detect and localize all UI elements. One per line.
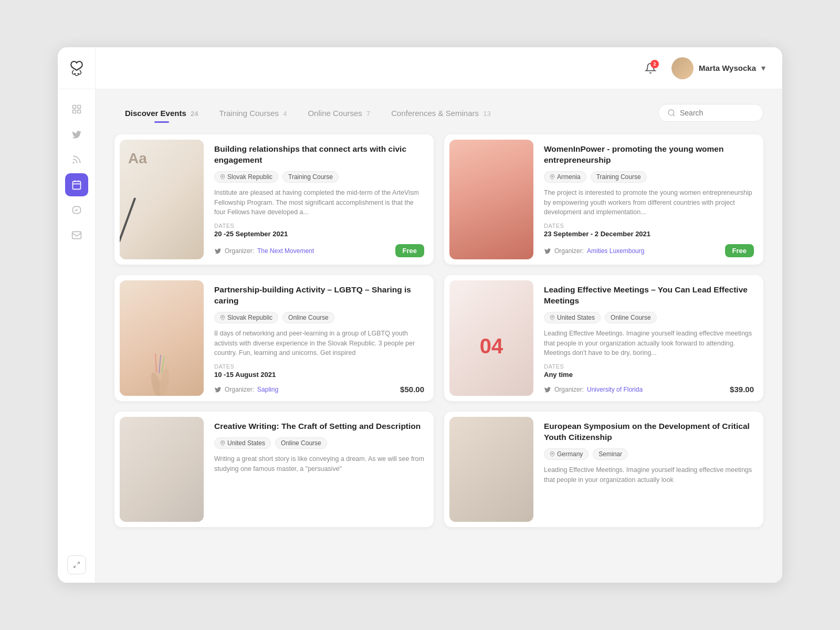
card-body: Partnership-building Activity – LGBTQ – … bbox=[209, 275, 434, 401]
price-badge: Free bbox=[725, 244, 754, 257]
dates-value: Any time bbox=[544, 371, 754, 379]
svg-rect-1 bbox=[77, 106, 80, 109]
organizer-icon bbox=[544, 386, 551, 393]
card-tags: Slovak Republic Online Course bbox=[214, 312, 424, 323]
search-input[interactable] bbox=[680, 109, 753, 117]
expand-button[interactable] bbox=[67, 555, 86, 574]
category-tag: Training Course bbox=[282, 171, 339, 183]
category-tag: Online Course bbox=[605, 312, 657, 323]
card-image-inner bbox=[120, 280, 204, 396]
location-text: United States bbox=[227, 439, 265, 447]
card-description: Leading Effective Meetings. Imagine your… bbox=[544, 465, 754, 514]
svg-point-13 bbox=[552, 176, 553, 177]
location-tag: United States bbox=[544, 312, 601, 323]
sidebar-item-rss[interactable] bbox=[65, 148, 88, 171]
card-dates: Dates 23 September - 2 December 2021 bbox=[544, 223, 754, 238]
notifications-button[interactable]: 2 bbox=[640, 58, 661, 79]
card-dates: Dates Any time bbox=[544, 363, 754, 379]
card-footer: Organizer: University of Florida $39.00 bbox=[544, 385, 754, 394]
tab-conferences[interactable]: Conferences & Seminars 13 bbox=[381, 104, 501, 122]
svg-rect-5 bbox=[72, 181, 80, 189]
tab-discover-label: Discover Events bbox=[125, 109, 186, 118]
svg-point-12 bbox=[222, 176, 224, 177]
sidebar-item-grid[interactable] bbox=[65, 98, 88, 121]
tab-conferences-count: 13 bbox=[483, 110, 490, 118]
card-image bbox=[449, 417, 533, 522]
event-card[interactable]: Partnership-building Activity – LGBTQ – … bbox=[114, 275, 434, 401]
card-body: European Symposium on the Development of… bbox=[539, 412, 763, 527]
chevron-down-icon: ▾ bbox=[761, 63, 765, 73]
organizer-link[interactable]: The Next Movement bbox=[257, 247, 314, 255]
sidebar-item-calendar[interactable] bbox=[65, 173, 88, 196]
card-image bbox=[120, 417, 204, 522]
sidebar-nav bbox=[65, 89, 88, 547]
notification-badge: 2 bbox=[650, 60, 659, 68]
tabs-row: Discover Events 24 Training Courses 4 On… bbox=[114, 104, 763, 122]
app-logo[interactable] bbox=[58, 47, 96, 89]
user-name: Marta Wysocka bbox=[699, 64, 756, 72]
search-box[interactable] bbox=[658, 104, 763, 122]
organizer-link[interactable]: Amities Luxembourg bbox=[587, 247, 644, 255]
tab-training-label: Training Courses bbox=[219, 109, 279, 118]
dates-label: Dates bbox=[214, 223, 424, 229]
location-tag: Slovak Republic bbox=[214, 312, 278, 323]
svg-line-16 bbox=[155, 354, 156, 372]
card-tags: Germany Seminar bbox=[544, 448, 754, 460]
sidebar-item-twitter[interactable] bbox=[65, 123, 88, 146]
svg-rect-9 bbox=[72, 232, 81, 238]
organizer-row: Organizer: University of Florida bbox=[544, 386, 643, 393]
tab-online-count: 7 bbox=[366, 110, 370, 118]
card-description: The project is interested to promote the… bbox=[544, 188, 754, 217]
card-body: Creative Writing: The Craft of Setting a… bbox=[209, 412, 434, 527]
svg-point-4 bbox=[73, 162, 74, 163]
organizer-row: Organizer: Sapling bbox=[214, 386, 278, 393]
card-image bbox=[120, 140, 204, 259]
card-title: Building relationships that connect arts… bbox=[214, 144, 424, 166]
price-badge: Free bbox=[395, 244, 424, 257]
tab-discover-events[interactable]: Discover Events 24 bbox=[114, 104, 208, 122]
card-tags: Armenia Training Course bbox=[544, 171, 754, 183]
svg-line-11 bbox=[673, 114, 675, 116]
category-text: Online Course bbox=[288, 314, 329, 321]
card-footer: Organizer: Sapling $50.00 bbox=[214, 385, 424, 394]
card-image-inner bbox=[120, 417, 204, 522]
tab-online-label: Online Courses bbox=[308, 109, 362, 118]
category-text: Seminar bbox=[598, 450, 622, 458]
sidebar bbox=[58, 47, 96, 583]
tab-discover-count: 24 bbox=[191, 110, 198, 118]
price-text: $50.00 bbox=[400, 385, 424, 394]
tabs: Discover Events 24 Training Courses 4 On… bbox=[114, 104, 501, 122]
sidebar-item-mail[interactable] bbox=[65, 224, 88, 247]
card-title: Partnership-building Activity – LGBTQ – … bbox=[214, 285, 424, 307]
price-text: $39.00 bbox=[730, 385, 754, 394]
card-description: Leading Effective Meetings. Imagine your… bbox=[544, 329, 754, 358]
event-card[interactable]: Leading Effective Meetings – You Can Lea… bbox=[444, 275, 763, 401]
sidebar-item-handshake[interactable] bbox=[65, 198, 88, 222]
tab-online-courses[interactable]: Online Courses 7 bbox=[297, 104, 381, 122]
organizer-icon bbox=[544, 247, 551, 255]
location-tag: Germany bbox=[544, 448, 589, 460]
event-image-writing bbox=[120, 140, 204, 259]
organizer-link[interactable]: University of Florida bbox=[587, 386, 643, 393]
organizer-icon bbox=[214, 386, 222, 393]
organizer-label: Organizer: bbox=[554, 247, 584, 255]
app-container: 2 Marta Wysocka ▾ bbox=[58, 47, 782, 583]
event-card[interactable]: Building relationships that connect arts… bbox=[114, 134, 434, 265]
event-card[interactable]: Creative Writing: The Craft of Setting a… bbox=[114, 412, 434, 527]
user-profile[interactable]: Marta Wysocka ▾ bbox=[671, 57, 765, 79]
card-image bbox=[449, 280, 533, 396]
organizer-label: Organizer: bbox=[225, 386, 254, 393]
topbar-actions: 2 Marta Wysocka ▾ bbox=[640, 57, 765, 79]
card-description: Institute are pleased at having complete… bbox=[214, 188, 424, 217]
event-card[interactable]: WomenInPower - promoting the young women… bbox=[444, 134, 763, 265]
card-image-inner bbox=[120, 140, 204, 259]
location-icon bbox=[550, 315, 555, 320]
location-icon bbox=[550, 452, 555, 457]
organizer-link[interactable]: Sapling bbox=[257, 386, 278, 393]
event-image-flower bbox=[449, 140, 533, 259]
tab-training-courses[interactable]: Training Courses 4 bbox=[208, 104, 297, 122]
dates-label: Dates bbox=[544, 363, 754, 370]
outer-wrapper: 2 Marta Wysocka ▾ bbox=[0, 0, 840, 630]
event-card[interactable]: European Symposium on the Development of… bbox=[444, 412, 763, 527]
sidebar-bottom bbox=[67, 547, 86, 583]
